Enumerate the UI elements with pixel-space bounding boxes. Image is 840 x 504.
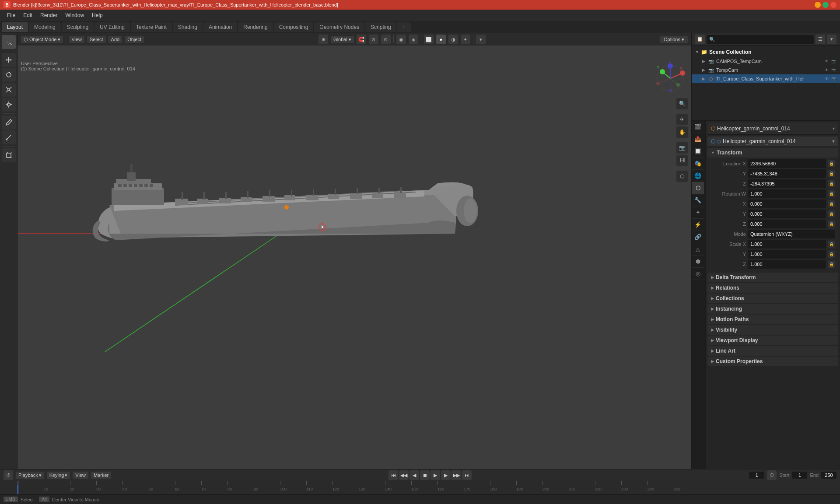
tool-scale[interactable] [2,83,16,97]
timeline-track[interactable]: 10 20 30 40 50 60 70 80 90 100 110 120 1… [0,481,840,496]
menu-help[interactable]: Help [88,11,106,19]
material-mode[interactable]: ◑ [448,35,458,44]
scale-z-input[interactable] [748,260,826,269]
camera-view-btn[interactable]: 📷 [676,142,688,154]
close-button[interactable] [830,2,836,8]
jump-prev-key-btn[interactable]: ◀◀ [399,470,409,480]
tool-rotate[interactable] [2,68,16,82]
proportional-icon-2[interactable]: ⊙ [381,35,391,44]
location-z-input[interactable] [748,179,826,188]
collections-header[interactable]: ▶ Collections [707,294,838,303]
jump-end-btn[interactable]: ⏭ [462,470,472,480]
play-btn[interactable]: ▶ [430,470,440,480]
select-menu[interactable]: Select [87,36,106,43]
tab-animation[interactable]: Animation [203,22,237,32]
search-viewport-btn[interactable]: 🔍 [676,98,688,109]
solid-mode[interactable]: ● [436,35,446,44]
props-tab-constraints[interactable]: 🔗 [692,231,704,243]
location-x-input[interactable] [748,159,826,168]
visibility-header[interactable]: ▶ Visibility [707,325,838,335]
tool-move[interactable] [2,53,16,67]
tab-rendering[interactable]: Rendering [238,22,273,32]
rotation-x-lock[interactable]: 🔒 [828,200,835,207]
props-tab-output[interactable]: 📤 [692,133,704,145]
location-y-lock[interactable]: 🔒 [828,170,835,177]
rotation-y-lock[interactable]: 🔒 [828,210,835,217]
outliner-filter-btn[interactable]: ☰ [816,35,825,44]
props-tab-modifier[interactable]: 🔧 [692,194,704,206]
location-x-lock[interactable]: 🔒 [828,160,835,167]
outliner-item-campos[interactable]: ▶ 📷 CAMPOS_TempCam 👁 📷 [692,57,840,66]
delta-transform-header[interactable]: ▶ Delta Transform [707,273,838,282]
render-icon-2[interactable]: 📷 [830,67,836,73]
viewport-display-header[interactable]: ▶ Viewport Display [707,336,838,345]
tab-modeling[interactable]: Modeling [29,22,61,32]
timeline-editor-icon[interactable]: ⏱ [4,470,13,480]
tool-add-cube[interactable] [2,148,16,162]
tab-layout[interactable]: Layout [2,22,28,32]
props-tab-data[interactable]: △ [692,243,704,256]
props-tab-particles[interactable]: ✦ [692,206,704,219]
jump-next-key-btn[interactable]: ▶▶ [452,470,461,480]
tab-add[interactable]: + [397,22,411,32]
scale-z-lock[interactable]: 🔒 [828,261,835,268]
proportional-edit[interactable]: ⊙ [369,35,378,44]
menu-window[interactable]: Window [62,11,88,19]
eye-icon-3[interactable]: 👁 [823,76,830,82]
show-hide[interactable]: ◉ [396,35,406,44]
tab-uv-editing[interactable]: UV Editing [94,22,130,32]
location-y-input[interactable] [748,169,826,178]
shading-dropdown[interactable]: ▾ [476,35,486,44]
scale-y-lock[interactable]: 🔒 [828,251,835,258]
props-tab-render[interactable]: 🎬 [692,121,704,133]
rotation-w-lock[interactable]: 🔒 [828,190,835,197]
scale-y-input[interactable] [748,250,826,259]
rotation-z-lock[interactable]: 🔒 [828,220,835,228]
global-local-toggle[interactable]: ⊕ [318,35,328,44]
tab-shading[interactable]: Shading [173,22,203,32]
object-type-visibility-btn[interactable]: ⬡ [676,171,688,182]
options-button[interactable]: Options ▾ [660,36,688,43]
end-frame-display[interactable]: 250 [821,472,836,479]
mode-selector[interactable]: ⬡ Object Mode ▾ [21,36,63,43]
jump-start-btn[interactable]: ⏮ [388,470,398,480]
show-hide-2[interactable]: ◈ [409,35,418,44]
outliner-options-btn[interactable]: ▾ [827,35,836,44]
props-tab-shading[interactable]: ◎ [692,268,704,280]
scale-x-input[interactable] [748,240,826,248]
viewport[interactable]: ⬡ Object Mode ▾ View Select Add Object ⊕ [18,33,691,478]
view-menu[interactable]: View [69,36,84,43]
stop-btn[interactable]: ⏹ [420,470,430,480]
props-tab-view-layer[interactable]: 🔲 [692,145,704,158]
line-art-header[interactable]: ▶ Line Art [707,346,838,356]
outliner-search[interactable] [707,35,814,44]
minimize-button[interactable] [815,2,821,8]
grab-mode-btn[interactable]: ✋ [676,126,688,138]
keying-menu[interactable]: Keying ▾ [47,472,70,479]
step-fwd-btn[interactable]: ▶ [441,470,451,480]
custom-properties-header[interactable]: ▶ Custom Properties [707,357,838,366]
rotation-z-input[interactable] [748,220,826,228]
rendered-mode[interactable]: ✦ [461,35,470,44]
step-back-btn[interactable]: ◀ [410,470,419,480]
props-tab-world[interactable]: 🌐 [692,170,704,182]
render-region-btn[interactable]: 🎞 [676,155,688,166]
outliner-editor-icon[interactable]: 📋 [695,35,705,44]
relations-header[interactable]: ▶ Relations [707,283,838,293]
tab-sculpting[interactable]: Sculpting [62,22,94,32]
props-tab-physics[interactable]: ⚡ [692,219,704,231]
instancing-header[interactable]: ▶ Instancing [707,304,838,314]
render-icon-1[interactable]: 📷 [830,58,836,64]
outliner-item-tempcam[interactable]: ▶ 📷 TempCam 👁 📷 [692,66,840,74]
tab-scripting[interactable]: Scripting [365,22,396,32]
tab-texture-paint[interactable]: Texture Paint [131,22,172,32]
transform-orientation[interactable]: Global ▾ [331,36,354,43]
rotation-mode-select[interactable]: Quaternion (WXYZ) [748,230,835,238]
marker-menu[interactable]: Marker [91,472,111,479]
motion-paths-header[interactable]: ▶ Motion Paths [707,315,838,324]
menu-render[interactable]: Render [37,11,61,19]
rotation-w-input[interactable] [748,189,826,198]
tab-geometry-nodes[interactable]: Geometry Nodes [314,22,364,32]
rotation-x-input[interactable] [748,200,826,208]
tab-compositing[interactable]: Compositing [274,22,314,32]
